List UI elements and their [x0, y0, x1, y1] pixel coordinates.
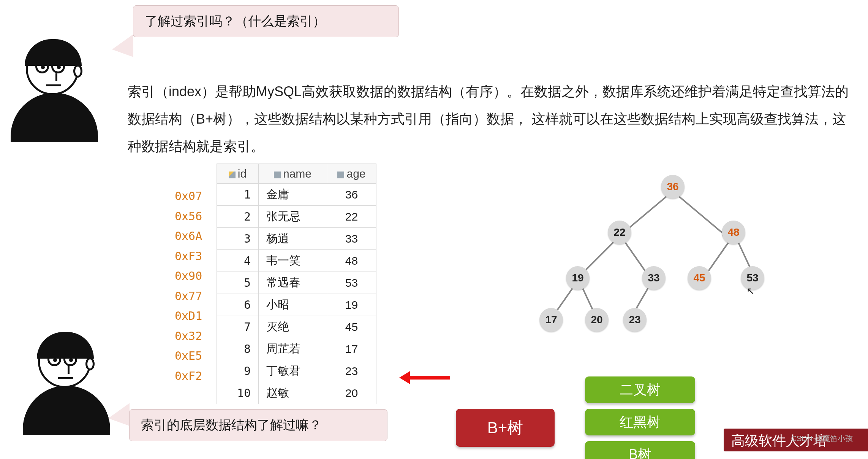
data-table: id name age 1金庸362张无忌223杨逍334韦一笑485常遇春53… [217, 164, 376, 404]
explanation-paragraph: 索引（index）是帮助MySQL高效获取数据的数据结构（有序）。在数据之外，数… [128, 78, 853, 160]
watermark-text: CSDN @魔笛小孩 [791, 434, 853, 444]
tree-edge [625, 194, 669, 232]
col-age: age [327, 164, 376, 184]
table-row: 1金庸36 [217, 184, 376, 206]
tree-node: 36 [661, 175, 685, 199]
tree-node: 17 [539, 308, 563, 332]
column-icon [274, 172, 281, 178]
tree-node: 19 [566, 266, 590, 290]
bubble-tail-1 [112, 34, 133, 57]
tree-node: 20 [585, 308, 609, 332]
column-icon [337, 172, 344, 178]
question-bubble-2: 索引的底层数据结构了解过嘛？ [129, 409, 387, 441]
tree-edge [677, 194, 727, 237]
table-row: 5常遇春53 [217, 272, 376, 294]
binary-tree-button[interactable]: 二叉树 [585, 376, 695, 403]
tree-node: 22 [608, 221, 631, 244]
bplus-tree-button[interactable]: B+树 [456, 409, 555, 447]
table-row: 9丁敏君23 [217, 360, 376, 382]
table-row: 10赵敏20 [217, 382, 376, 404]
bubble-tail-2 [108, 403, 130, 426]
tree-edge [623, 240, 648, 275]
mouse-cursor-icon: ↖ [746, 285, 755, 297]
tree-node: 48 [722, 221, 745, 244]
table-row: 3杨逍33 [217, 228, 376, 250]
primary-key-icon [229, 172, 236, 178]
interviewer-avatar-2 [23, 335, 106, 435]
table-row: 2张无忌22 [217, 206, 376, 228]
tree-node: 33 [642, 266, 666, 290]
table-row: 7灭绝45 [217, 316, 376, 338]
tree-node: 23 [623, 308, 647, 332]
highlight-arrow-icon [408, 376, 450, 380]
tree-node: 45 [688, 266, 711, 290]
table-row: 6小昭19 [217, 294, 376, 316]
col-id: id [217, 164, 259, 184]
table-row: 4韦一笑48 [217, 250, 376, 272]
binary-tree-diagram: 36224819334553172023 [524, 175, 790, 338]
red-black-tree-button[interactable]: 红黑树 [585, 409, 695, 435]
question-bubble-1: 了解过索引吗？（什么是索引） [133, 5, 399, 37]
memory-address-column: 0x070x560x6A0xF30x900x770xD10x320xE50xF2 [175, 186, 202, 386]
col-name: name [259, 164, 327, 184]
table-row: 8周芷若17 [217, 338, 376, 360]
interviewer-avatar-1 [11, 42, 94, 142]
b-tree-button[interactable]: B树 [585, 441, 695, 459]
